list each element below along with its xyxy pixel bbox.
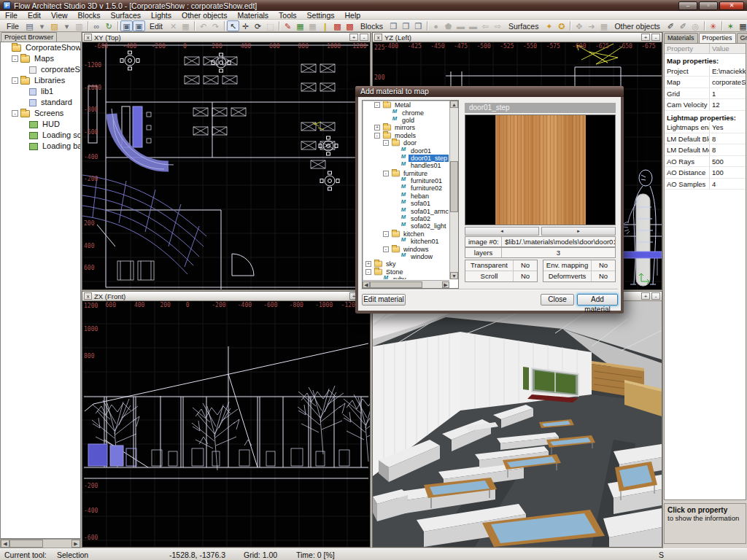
material-flag-row[interactable]: Scroll No (465, 271, 537, 282)
menu-item[interactable]: Lights (146, 11, 177, 20)
zoom-out-button[interactable]: - (360, 34, 368, 41)
window-preview-icon[interactable]: ▣ (133, 20, 145, 31)
close-dialog-button[interactable]: Close (541, 294, 574, 306)
material-flag-row[interactable]: Transparent No (465, 260, 537, 271)
zx-canvas[interactable]: 6004002000-200-400-600-800-1000-1200 120… (82, 301, 370, 547)
block-box-icon[interactable]: ❒ (387, 20, 400, 31)
tree-expander[interactable]: + (365, 261, 371, 267)
property-row[interactable]: AO Samples 4 (665, 179, 746, 190)
paint-tool-icon[interactable]: ✎ (282, 20, 294, 31)
viewport-close-icon[interactable]: x (84, 292, 92, 300)
redo-icon[interactable]: ↷ (209, 20, 222, 31)
property-row[interactable]: Project E:\maciekklass (665, 66, 746, 77)
new-file-dropdown[interactable]: ▾ (36, 20, 48, 31)
menu-item[interactable]: Edit (23, 11, 46, 20)
property-row[interactable]: Lightmaps ena Yes (665, 122, 746, 133)
property-row[interactable]: AO Distance 100 (665, 167, 746, 179)
zoom-in-button[interactable]: + (641, 34, 650, 41)
project-tree-hscrollbar[interactable]: ◀ ▶ (0, 539, 81, 548)
object-pen-icon[interactable]: ✐ (665, 20, 677, 31)
move-tool-icon[interactable]: ✛ (239, 20, 252, 31)
scrollbar-thumb[interactable] (450, 161, 458, 212)
property-row[interactable]: Lightmap properties: (665, 111, 746, 122)
block-arrow-right-icon[interactable]: ⇨ (492, 20, 504, 31)
tree-expander[interactable]: - (383, 171, 389, 176)
minimize-button[interactable]: – (678, 1, 697, 10)
tree-expander[interactable]: - (12, 110, 18, 117)
block-stack-icon[interactable]: ❒ (412, 20, 425, 31)
object-pen2-icon[interactable]: ✐ (677, 20, 689, 31)
particles-icon[interactable]: ✶ (724, 20, 737, 31)
project-browser-tab[interactable]: Project Browser (1, 32, 57, 42)
scrollbar-thumb[interactable] (370, 281, 422, 288)
block-sphere-icon[interactable]: ● (430, 20, 442, 31)
scale-tool-icon[interactable]: ⬚ (264, 20, 276, 31)
property-row[interactable]: LM Default Mo 8 (665, 144, 746, 156)
texture-a-icon[interactable]: ▩ (331, 20, 344, 31)
scroll-down-arrow-icon[interactable]: ▼ (450, 272, 458, 279)
next-image-button[interactable]: ▸ (541, 227, 616, 236)
menu-item[interactable]: Surfaces (106, 11, 146, 20)
block-merge-icon[interactable]: ▬ (467, 20, 479, 31)
scrollbar-thumb[interactable] (9, 540, 43, 548)
tree-expander[interactable]: - (383, 246, 389, 252)
block-poly-icon[interactable]: ⬟ (442, 20, 454, 31)
tree-expander[interactable]: - (383, 231, 389, 237)
lightmap-icon[interactable]: ▦ (306, 20, 319, 31)
surface-add-icon[interactable]: ✦ (543, 20, 555, 31)
material-flag-row[interactable]: Env. mapping No (543, 260, 615, 271)
menu-item[interactable]: Help (340, 11, 366, 20)
scroll-right-arrow-icon[interactable]: ▶ (442, 281, 449, 288)
property-row[interactable]: Map corporateShow (665, 77, 746, 88)
tree-expander[interactable]: - (12, 77, 18, 84)
tree-expander[interactable]: - (12, 55, 18, 62)
window-layout-icon[interactable]: ▣ (120, 20, 133, 31)
dialog-title[interactable]: Add material to map (355, 86, 624, 97)
scroll-right-arrow-icon[interactable]: ▶ (71, 540, 80, 548)
tree-expander[interactable]: - (374, 102, 380, 108)
tree-expander[interactable]: + (374, 125, 380, 131)
menu-item[interactable]: Materials (232, 11, 274, 20)
scroll-up-arrow-icon[interactable]: ▲ (450, 101, 458, 108)
undo-icon[interactable]: ↶ (197, 20, 209, 31)
zoom-out-button[interactable]: - (651, 34, 660, 41)
rotate-tool-icon[interactable]: ⟳ (252, 20, 264, 31)
close-button[interactable]: ✕ (719, 1, 744, 10)
snap-grid-icon[interactable]: ▦ (294, 20, 306, 31)
scroll-left-arrow-icon[interactable]: ◀ (363, 281, 370, 288)
tree-expander[interactable]: - (383, 140, 389, 146)
tab-groups[interactable]: Groups (737, 33, 747, 43)
menu-item[interactable]: Other objects (177, 11, 232, 20)
tab-materials[interactable]: Materials (664, 33, 698, 43)
surface-grid-icon[interactable]: ▦ (597, 20, 610, 31)
menu-item[interactable]: File (0, 11, 23, 20)
scroll-left-arrow-icon[interactable]: ◀ (1, 540, 9, 548)
block-slab-icon[interactable]: ▬ (454, 20, 467, 31)
surface-next-icon[interactable]: ➜ (585, 20, 597, 31)
zoom-in-button[interactable]: + (641, 292, 650, 300)
material-flag-row[interactable]: Deformverts No (543, 271, 615, 282)
viewport-close-icon[interactable]: x (84, 34, 92, 41)
add-material-button[interactable]: Add material (577, 294, 618, 306)
new-file-icon[interactable]: ▤ (23, 20, 36, 31)
previous-image-button[interactable]: ◂ (465, 227, 539, 236)
surface-up-icon[interactable]: ✥ (573, 20, 585, 31)
menu-item[interactable]: View (46, 11, 73, 20)
menu-item[interactable]: Settings (302, 11, 340, 20)
checker-icon[interactable]: ▦ (737, 20, 747, 31)
xy-canvas[interactable]: -600-400-200020040060080010001200 -1200-… (82, 42, 370, 289)
tab-properties[interactable]: Properties (699, 33, 736, 43)
refresh-icon[interactable]: ↻ (103, 20, 115, 31)
copy-icon[interactable]: ▦ (179, 20, 192, 31)
maximize-button[interactable]: ▫ (699, 1, 718, 10)
menu-item[interactable]: Blocks (73, 11, 106, 20)
3d-canvas[interactable] (373, 301, 662, 547)
zoom-in-button[interactable]: + (349, 34, 358, 41)
object-scatter-icon[interactable]: ✳ (707, 20, 719, 31)
open-file-icon[interactable]: ▨ (48, 20, 61, 31)
edit-material-button[interactable]: Edit material (362, 294, 406, 306)
material-tree-hscrollbar[interactable]: ◀ ▶ (363, 280, 449, 288)
surface-shield-icon[interactable]: ✪ (555, 20, 568, 31)
object-circle-icon[interactable]: ◎ (689, 20, 702, 31)
property-row[interactable]: AO Rays 500 (665, 156, 746, 168)
